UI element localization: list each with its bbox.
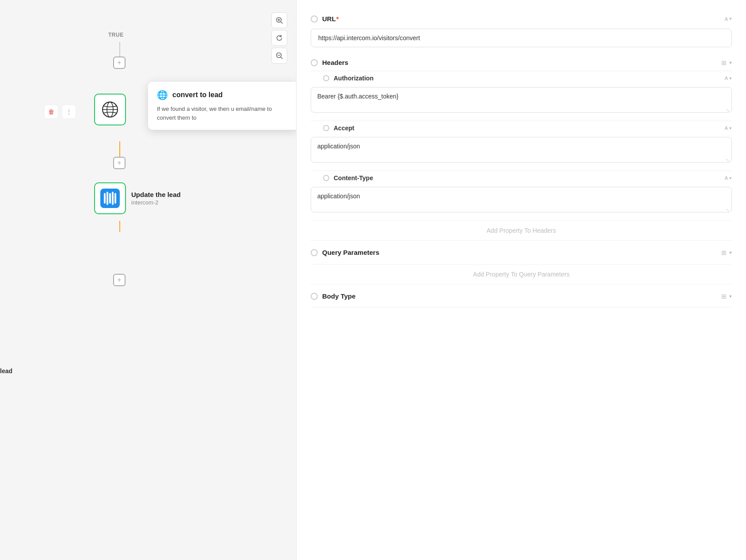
headers-chevron-icon[interactable]: ▾ <box>729 60 732 66</box>
svg-rect-13 <box>109 193 111 204</box>
add-node-button-1[interactable]: + <box>113 57 126 69</box>
query-params-actions: ⊞ ▾ <box>721 249 732 256</box>
zoom-refresh-button[interactable] <box>271 30 287 46</box>
accept-type-badge: A ▾ <box>725 125 732 131</box>
content-type-radio[interactable] <box>323 175 329 181</box>
authorization-radio[interactable] <box>323 75 329 81</box>
accept-actions: A ▾ <box>725 125 732 131</box>
true-label: TRUE <box>108 32 124 38</box>
authorization-textarea-wrapper: Bearer {$.auth.access_token} ⤡ <box>311 87 732 114</box>
content-type-chevron-icon[interactable]: ▾ <box>729 175 732 181</box>
accept-row: Accept A ▾ <box>311 121 732 135</box>
url-type-badge: A ▾ <box>725 16 732 22</box>
authorization-label: Authorization <box>334 75 720 82</box>
url-label: URL <box>322 15 720 23</box>
content-type-textarea-wrapper: application/json ⤡ <box>311 187 732 214</box>
accept-radio[interactable] <box>323 125 329 131</box>
authorization-textarea[interactable]: Bearer {$.auth.access_token} <box>311 87 732 113</box>
query-params-label: Query Parameters <box>322 249 717 256</box>
query-params-radio[interactable] <box>311 249 318 256</box>
url-input[interactable]: https://api.intercom.io/visitors/convert <box>311 29 732 47</box>
url-actions: A ▾ <box>725 16 732 22</box>
authorization-actions: A ▾ <box>725 76 732 81</box>
query-params-section-row: Query Parameters ⊞ ▾ <box>311 244 732 261</box>
node1[interactable] <box>94 94 126 125</box>
add-property-headers-button[interactable]: Add Property To Headers <box>311 220 732 241</box>
url-chevron-icon[interactable]: ▾ <box>729 16 732 22</box>
accept-chevron-icon[interactable]: ▾ <box>729 125 732 131</box>
svg-rect-14 <box>112 192 114 205</box>
node1-actions: 🗑 ⋮ <box>44 105 76 119</box>
svg-rect-15 <box>114 193 116 204</box>
delete-node1-button[interactable]: 🗑 <box>44 105 58 119</box>
query-params-table-icon: ⊞ <box>721 249 727 256</box>
headers-actions: ⊞ ▾ <box>721 59 732 66</box>
headers-table-icon: ⊞ <box>721 59 727 66</box>
body-type-chevron-icon[interactable]: ▾ <box>729 293 732 299</box>
tooltip-popup: 🌐 convert to lead If we found a visitor,… <box>148 82 296 130</box>
zoom-out-button[interactable] <box>271 48 287 64</box>
tooltip-globe-icon: 🌐 <box>157 90 168 100</box>
body-type-label: Body Type <box>322 292 717 300</box>
node1-icon <box>94 94 126 125</box>
lead-label: lead <box>0 367 12 375</box>
props-panel: URL A ▾ https://api.intercom.io/visitors… <box>296 0 746 560</box>
svg-rect-11 <box>104 193 106 204</box>
content-type-row: Content-Type A ▾ <box>311 170 732 185</box>
connector-orange-1 <box>119 141 120 158</box>
url-section-row: URL A ▾ <box>311 11 732 27</box>
content-type-actions: A ▾ <box>725 175 732 181</box>
more-options-node1-button[interactable]: ⋮ <box>62 105 76 119</box>
node2-info: Update the lead intercom-2 <box>131 191 181 206</box>
content-type-textarea[interactable]: application/json <box>311 187 732 212</box>
add-node-button-2[interactable]: + <box>113 157 126 169</box>
node2-subtitle: intercom-2 <box>131 199 181 206</box>
authorization-resize-icon: ⤡ <box>726 108 729 113</box>
svg-rect-12 <box>107 192 108 205</box>
connector-orange-2 <box>119 221 120 232</box>
content-type-label: Content-Type <box>334 174 720 182</box>
body-type-table-icon: ⊞ <box>721 293 727 300</box>
authorization-chevron-icon[interactable]: ▾ <box>729 76 732 81</box>
svg-line-5 <box>281 57 282 59</box>
authorization-type-badge: A ▾ <box>725 76 732 81</box>
tooltip-title: 🌐 convert to lead <box>157 90 289 100</box>
node2-title: Update the lead <box>131 191 181 198</box>
canvas-panel: TRUE + + + 🗑 ⋮ <box>0 0 296 560</box>
headers-radio[interactable] <box>311 59 318 66</box>
body-type-radio[interactable] <box>311 293 318 300</box>
query-params-chevron-icon[interactable]: ▾ <box>729 250 732 256</box>
node2[interactable]: Update the lead intercom-2 <box>94 182 181 214</box>
accept-textarea-wrapper: application/json ⤡ <box>311 137 732 164</box>
body-type-section-row: Body Type ⊞ ▾ <box>311 288 732 304</box>
content-type-resize-icon: ⤡ <box>726 208 729 212</box>
node2-icon <box>94 182 126 214</box>
accept-resize-icon: ⤡ <box>726 158 729 163</box>
zoom-controls <box>271 12 287 64</box>
content-type-type-badge: A ▾ <box>725 175 732 181</box>
accept-label: Accept <box>334 125 720 132</box>
headers-label: Headers <box>322 59 717 66</box>
accept-textarea[interactable]: application/json <box>311 137 732 163</box>
svg-line-1 <box>281 22 282 23</box>
tooltip-text: If we found a visitor, we then u email/n… <box>157 105 289 122</box>
add-property-query-params-button[interactable]: Add Property To Query Parameters <box>311 264 732 284</box>
zoom-in-button[interactable] <box>271 12 287 28</box>
body-type-actions: ⊞ ▾ <box>721 293 732 300</box>
authorization-row: Authorization A ▾ <box>311 71 732 85</box>
bottom-divider <box>311 307 732 307</box>
headers-section-row: Headers ⊞ ▾ <box>311 54 732 71</box>
url-radio[interactable] <box>311 15 318 23</box>
add-node-button-3[interactable]: + <box>113 274 126 286</box>
